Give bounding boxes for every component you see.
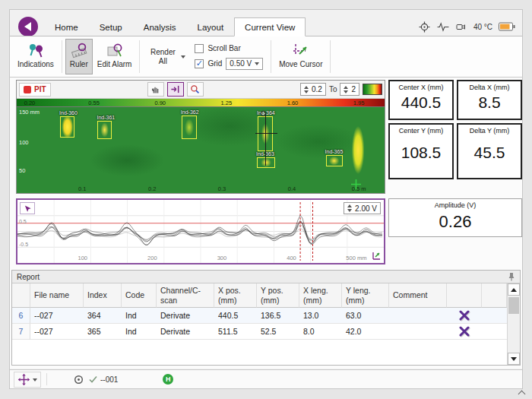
ruler-icon [70, 42, 88, 59]
measurement-cursor-handle[interactable] [261, 111, 266, 116]
palette-swatch[interactable] [363, 84, 382, 95]
edit-alarm-button[interactable]: Edit Alarm [93, 39, 137, 74]
strip-cursor-tool-button[interactable] [20, 202, 35, 214]
cell-y-leng: 42.0 [342, 324, 389, 340]
cell-code: Ind [122, 324, 157, 340]
column-header-channel[interactable]: Channel/C-scan [157, 283, 214, 308]
table-row[interactable]: 7 --027 365 Ind Derivate 511.5 52.5 8.0 … [12, 324, 507, 340]
strip-move-cursor-icon[interactable] [372, 251, 382, 261]
ribbon-separator [271, 40, 271, 73]
indication-box[interactable]: Ind-365 [326, 155, 343, 166]
move-tool-button[interactable] [14, 372, 41, 388]
table-row[interactable]: 6 --027 364 Ind Derivate 440.5 136.5 13.… [12, 308, 507, 324]
indication-box[interactable]: Ind-363 [257, 157, 275, 169]
strip-chart-panel[interactable]: 2.00 V 0.5 -0.5 100 200 300 400 500 mm [16, 198, 385, 264]
strip-x-tick: 200 [147, 255, 157, 261]
grid-spacing-value: 0.50 V [230, 59, 252, 68]
scale-max-spinner[interactable]: 2 [340, 83, 359, 96]
move-arrows-icon [17, 373, 30, 386]
status-indicators: 40 °C [419, 20, 515, 33]
vertical-scrollbar[interactable] [507, 283, 520, 365]
move-cursor-label: Move Cursor [279, 60, 322, 69]
cell-y-pos: 136.5 [257, 308, 299, 324]
ribbon-separator [330, 40, 331, 73]
readout-value: 108.5 [390, 144, 452, 162]
strip-chart-svg [17, 200, 384, 263]
edit-alarm-icon [106, 42, 124, 59]
reference-cursor-icon[interactable] [351, 179, 361, 189]
scroll-down-button[interactable] [508, 353, 520, 365]
cscan-heatmap[interactable]: 150 mm 100 50 0.1 0.2 0.3 0.4 0.5 m Ind-… [17, 107, 385, 193]
cell-filler [482, 308, 507, 324]
scale-min-spinner[interactable]: 0.2 [300, 83, 326, 96]
cell-code: Ind [122, 308, 157, 324]
indication-box[interactable]: Ind-361 [97, 121, 111, 139]
column-header-file-name[interactable]: File name [30, 283, 84, 308]
scroll-bar-label: Scroll Bar [207, 44, 240, 52]
indication-box[interactable]: Ind-360 [60, 116, 74, 137]
grid-label[interactable]: Grid [207, 59, 222, 68]
tab-home[interactable]: Home [44, 17, 89, 36]
spinner-arrows-icon[interactable] [344, 86, 348, 93]
column-header-comment[interactable]: Comment [389, 283, 447, 308]
pin-icon[interactable] [508, 272, 515, 281]
triangle-up-icon [511, 288, 517, 292]
strip-scale-value: 2.00 V [355, 204, 377, 213]
scale-min-value: 0.2 [312, 85, 322, 93]
color-scale-bar[interactable]: 0.20 0.55 0.90 1.25 1.60 1.95 [17, 99, 385, 107]
spinner-arrows-icon[interactable] [304, 86, 309, 93]
grid-spacing-select[interactable]: 0.50 V [226, 58, 263, 70]
pan-tool-button[interactable] [147, 82, 164, 97]
column-header-y-pos[interactable]: Y pos. (mm) [257, 283, 299, 308]
column-header-x-leng[interactable]: X leng. (mm) [299, 283, 342, 308]
delete-row-button[interactable] [458, 310, 470, 321]
tab-layout[interactable]: Layout [187, 17, 235, 36]
scroll-bar-checkbox[interactable] [195, 44, 204, 53]
readout-label: Amplitude (V) [389, 199, 521, 209]
grid-checkbox[interactable] [195, 59, 204, 68]
readout-center-y: Center Y (mm) 108.5 [388, 123, 454, 179]
scroll-up-button[interactable] [508, 283, 520, 296]
hardware-status-badge: H [163, 374, 173, 385]
x-axis-tick: 0.4 [288, 185, 296, 192]
tab-current-view[interactable]: Current View [234, 17, 306, 36]
delete-x-icon [458, 326, 470, 337]
indication-box[interactable]: Ind-362 [182, 116, 197, 139]
scrollbar-thumb[interactable] [508, 297, 519, 314]
report-header[interactable]: Report [12, 271, 520, 283]
tab-setup[interactable]: Setup [89, 17, 133, 36]
zoom-tool-button[interactable] [187, 82, 204, 97]
strip-scale-spinner[interactable]: 2.00 V [344, 202, 381, 214]
cursor-jump-tool-button[interactable] [167, 82, 184, 97]
strip-y-tick: 0.5 [19, 219, 27, 224]
column-header-x-pos[interactable]: X pos. (mm) [214, 283, 257, 308]
strip-x-tick: 100 [78, 255, 88, 261]
measurement-cursor-vertical[interactable] [265, 112, 266, 166]
y-axis-tick: 150 mm [19, 109, 40, 116]
column-header-index[interactable]: Index [84, 283, 122, 308]
collapse-ribbon-button[interactable] [517, 389, 526, 397]
column-header-y-leng[interactable]: Y leng. (mm) [342, 283, 389, 308]
ruler-button[interactable]: Ruler [65, 39, 93, 74]
delete-row-button[interactable] [458, 326, 470, 337]
report-panel: Report File name Index Code Channel/C-sc… [11, 270, 521, 366]
row-number[interactable]: 6 [12, 308, 30, 324]
colorbar-tick: 1.95 [353, 100, 365, 106]
channel-selector[interactable]: PIT [19, 83, 51, 97]
row-number[interactable]: 7 [12, 324, 30, 340]
back-button[interactable] [18, 17, 38, 36]
spinner-arrows-icon[interactable] [347, 204, 352, 212]
indications-button[interactable]: Indications [13, 39, 59, 74]
signal-pulse-icon [436, 22, 450, 32]
column-header-code[interactable]: Code [122, 283, 157, 308]
tab-analysis[interactable]: Analysis [133, 17, 187, 36]
scroll-bar-option[interactable]: Scroll Bar [195, 44, 263, 53]
triangle-down-icon [511, 357, 517, 361]
y-axis-tick: 50 [19, 167, 25, 174]
colorbar-tick: 0.20 [24, 100, 36, 106]
move-cursor-button[interactable]: Move Cursor [274, 39, 327, 74]
chevron-down-icon [181, 55, 185, 61]
measurement-cursor-horizontal[interactable] [255, 133, 277, 134]
column-header-actions [447, 283, 482, 308]
render-all-button[interactable]: Render All [143, 39, 190, 74]
